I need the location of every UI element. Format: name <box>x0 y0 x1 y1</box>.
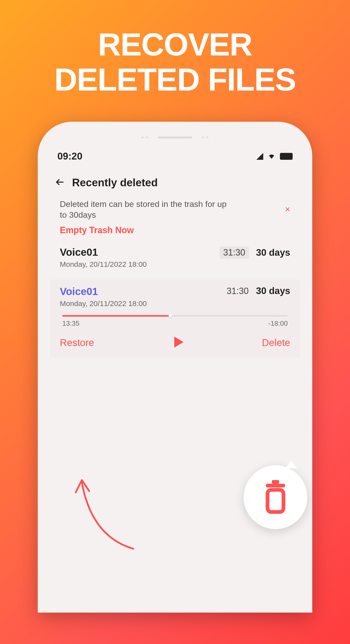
item-title: Voice01 <box>60 246 147 258</box>
progress-thumb[interactable] <box>169 314 172 318</box>
phone-mockup: 09:20 Recently deleted Deleted <box>38 122 312 612</box>
item-date: Monday, 20/11/2022 18:00 <box>60 260 147 268</box>
item-title: Voice01 <box>60 286 147 298</box>
notice-text: Deleted item can be stored in the trash … <box>60 198 231 220</box>
elapsed-time: 13:35 <box>62 320 79 328</box>
deleted-item[interactable]: Voice01 Monday, 20/11/2022 18:00 31:30 3… <box>50 240 300 275</box>
empty-trash-button[interactable]: Empty Trash Now <box>50 225 300 235</box>
svg-rect-2 <box>268 490 284 512</box>
item-duration-badge: 31:30 <box>220 246 249 259</box>
back-arrow-icon[interactable] <box>55 177 65 188</box>
close-icon[interactable]: × <box>285 204 290 214</box>
item-date: Monday, 20/11/2022 18:00 <box>60 300 147 308</box>
battery-icon <box>280 153 293 160</box>
status-bar: 09:20 <box>50 151 300 162</box>
wifi-icon <box>268 153 276 160</box>
page-title: Recently deleted <box>72 176 158 189</box>
play-icon[interactable] <box>171 335 185 350</box>
curve-arrow-icon <box>70 468 148 551</box>
playback-progress-slider[interactable] <box>62 315 288 316</box>
svg-rect-1 <box>272 480 279 484</box>
item-duration: 31:30 <box>226 286 249 296</box>
status-time: 09:20 <box>57 151 82 162</box>
item-days-remaining: 30 days <box>256 286 290 296</box>
delete-button[interactable]: Delete <box>262 337 290 348</box>
svg-rect-0 <box>266 484 285 488</box>
phone-notch <box>50 136 300 138</box>
trash-icon <box>261 480 290 514</box>
restore-button[interactable]: Restore <box>60 337 94 348</box>
promo-headline: RECOVER DELETED FILES <box>54 27 296 97</box>
deleted-item-expanded: Voice01 Monday, 20/11/2022 18:00 31:30 3… <box>50 280 300 358</box>
remaining-time: -18:00 <box>268 320 288 328</box>
trash-bubble <box>244 465 307 529</box>
signal-icon <box>256 153 263 160</box>
notice-bar: Deleted item can be stored in the trash … <box>50 198 300 220</box>
item-days-remaining: 30 days <box>256 248 290 258</box>
app-header: Recently deleted <box>50 176 300 189</box>
